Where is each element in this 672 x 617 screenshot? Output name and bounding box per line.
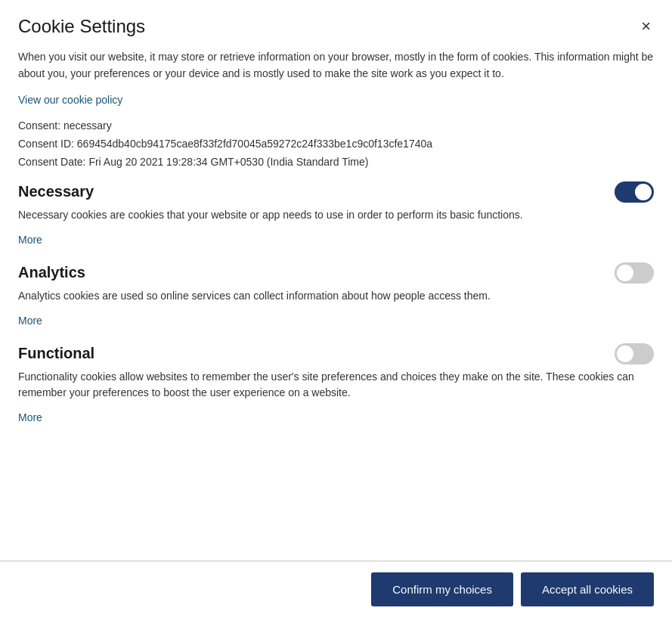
modal-header: Cookie Settings × [0, 0, 672, 48]
section-necessary-title: Necessary [18, 183, 94, 200]
consent-date: Consent Date: Fri Aug 20 2021 19:28:34 G… [18, 156, 654, 168]
modal-body: When you visit our website, it may store… [0, 48, 672, 557]
accept-all-button[interactable]: Accept all cookies [521, 572, 654, 606]
section-analytics-title: Analytics [18, 264, 85, 281]
analytics-toggle[interactable] [615, 262, 654, 284]
functional-toggle[interactable] [615, 343, 654, 364]
consent-id: Consent ID: 669454db40cb94175cae8f33f2fd… [18, 138, 654, 150]
section-necessary-desc: Necessary cookies are cookies that your … [18, 207, 654, 223]
modal-footer: Confirm my choices Accept all cookies [0, 561, 672, 617]
analytics-more-link[interactable]: More [18, 315, 42, 327]
section-analytics: Analytics Analytics cookies are used so … [18, 262, 654, 330]
cookie-settings-modal: Cookie Settings × When you visit our web… [0, 0, 672, 617]
necessary-toggle[interactable] [615, 181, 654, 203]
section-analytics-desc: Analytics cookies are used so online ser… [18, 288, 654, 304]
section-functional-header: Functional [18, 343, 654, 364]
analytics-slider [615, 262, 654, 284]
necessary-slider [615, 181, 654, 203]
section-functional-desc: Functionality cookies allow websites to … [18, 369, 654, 401]
section-necessary: Necessary Necessary cookies are cookies … [18, 181, 654, 249]
section-functional-title: Functional [18, 345, 94, 362]
functional-slider [615, 343, 654, 364]
section-necessary-header: Necessary [18, 181, 654, 203]
intro-text: When you visit our website, it may store… [18, 48, 654, 82]
functional-more-link[interactable]: More [18, 411, 42, 423]
modal-title: Cookie Settings [18, 16, 145, 37]
modal-overlay: Cookie Settings × When you visit our web… [0, 0, 672, 617]
consent-necessary: Consent: necessary [18, 119, 654, 132]
section-functional: Functional Functionality cookies allow w… [18, 343, 654, 426]
section-analytics-header: Analytics [18, 262, 654, 284]
cookie-policy-link[interactable]: View our cookie policy [18, 94, 122, 106]
necessary-more-link[interactable]: More [18, 234, 42, 246]
confirm-choices-button[interactable]: Confirm my choices [371, 572, 513, 606]
close-button[interactable]: × [638, 15, 654, 38]
